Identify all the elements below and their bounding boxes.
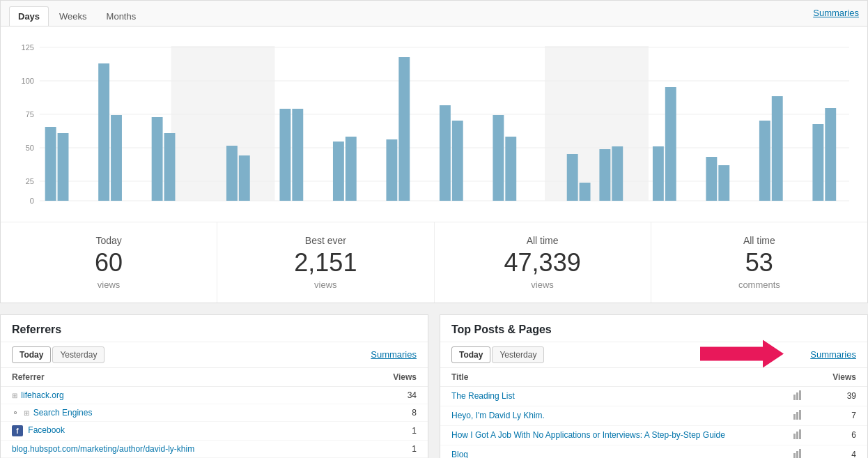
- tab-weeks[interactable]: Weeks: [50, 6, 96, 26]
- stat-today-value: 60: [8, 249, 210, 277]
- stats-row: Today 60 views Best ever 2,151 views All…: [1, 222, 867, 303]
- stat-alltime-comments-value: 53: [658, 249, 860, 277]
- post-link-3[interactable]: Blog: [451, 450, 468, 458]
- top-posts-tab-today[interactable]: Today: [451, 346, 490, 363]
- post-link-1[interactable]: Heyo, I'm David Ly Khim.: [451, 411, 545, 420]
- table-row: ⚬ ⊞ Search Engines 8: [1, 404, 428, 422]
- search-icon: ⚬: [12, 408, 19, 418]
- bar-chart: 125 100 75 50 25 0: [12, 40, 856, 208]
- facebook-icon: f: [12, 425, 23, 436]
- svg-rect-68: [799, 429, 801, 439]
- svg-rect-42: [812, 124, 823, 201]
- chart-area: 125 100 75 50 25 0: [1, 26, 867, 222]
- referrer-link-hubspot[interactable]: blog.hubspot.com/marketing/author/david-…: [12, 444, 194, 454]
- svg-rect-16: [98, 63, 109, 201]
- svg-text:Dec 5: Dec 5: [148, 206, 168, 208]
- stat-alltime-comments-label: All time: [658, 235, 860, 246]
- referrer-link-facebook[interactable]: Facebook: [28, 426, 65, 436]
- svg-rect-34: [599, 149, 610, 201]
- svg-text:75: 75: [26, 110, 34, 119]
- svg-rect-25: [346, 137, 357, 201]
- post-views-3: 4: [814, 445, 867, 458]
- referrers-tab-today[interactable]: Today: [12, 346, 51, 363]
- referrers-table: Referrer Views ⊞ lifehack.org 34 ⚬ ⊞: [1, 368, 428, 458]
- svg-rect-12: [171, 46, 274, 201]
- table-row: The Reading List 39: [440, 386, 867, 406]
- referrer-name-facebook: f Facebook: [1, 422, 350, 441]
- svg-rect-18: [152, 117, 163, 201]
- table-row: Blog 4: [440, 445, 867, 458]
- tab-days[interactable]: Days: [9, 6, 49, 26]
- svg-rect-67: [796, 432, 798, 439]
- post-chart-icon-1: [782, 406, 814, 425]
- table-row: f Facebook 1: [1, 422, 428, 441]
- referrers-summaries-link[interactable]: Summaries: [371, 349, 417, 360]
- bottom-panels: Referrers Today Yesterday Summaries Refe…: [0, 314, 868, 458]
- stat-alltime-views-unit: views: [442, 280, 644, 290]
- top-posts-table: Title Views The Reading List 39: [440, 368, 867, 458]
- referrer-link-search[interactable]: Search Engines: [33, 408, 93, 418]
- svg-rect-36: [653, 146, 664, 201]
- svg-rect-19: [164, 133, 176, 201]
- svg-rect-20: [226, 146, 238, 201]
- svg-rect-69: [793, 453, 796, 458]
- svg-rect-29: [452, 121, 463, 201]
- svg-rect-26: [386, 139, 397, 201]
- svg-rect-33: [580, 183, 591, 201]
- stat-alltime-comments-unit: comments: [658, 280, 860, 290]
- svg-text:Dec 11: Dec 11: [327, 206, 352, 208]
- svg-rect-35: [612, 146, 623, 201]
- post-link-2[interactable]: How I Got A Job With No Applications or …: [451, 430, 725, 440]
- svg-text:Dec 15: Dec 15: [434, 206, 458, 208]
- svg-rect-61: [796, 392, 798, 400]
- svg-rect-70: [796, 451, 798, 458]
- svg-rect-65: [799, 410, 801, 420]
- svg-text:Dec 25: Dec 25: [700, 206, 724, 208]
- top-posts-summaries-link[interactable]: Summaries: [810, 349, 856, 360]
- stat-today-unit: views: [8, 280, 210, 290]
- top-posts-col-views: Views: [814, 368, 867, 387]
- svg-rect-27: [398, 57, 410, 201]
- referrers-tabs: Today Yesterday Summaries: [1, 342, 428, 368]
- svg-rect-13: [545, 46, 649, 201]
- svg-text:Dec 9: Dec 9: [276, 206, 296, 208]
- svg-text:25: 25: [26, 177, 34, 185]
- post-link-0[interactable]: The Reading List: [451, 391, 515, 401]
- svg-rect-60: [793, 395, 796, 400]
- summaries-link-top[interactable]: Summaries: [813, 8, 859, 18]
- post-title-3: Blog: [440, 445, 782, 458]
- post-title-2: How I Got A Job With No Applications or …: [440, 425, 782, 445]
- top-posts-title: Top Posts & Pages: [440, 315, 867, 342]
- svg-text:Dec 23: Dec 23: [647, 206, 672, 208]
- referrers-title: Referrers: [1, 315, 428, 342]
- tab-months[interactable]: Months: [98, 6, 146, 26]
- referrers-tab-yesterday[interactable]: Yesterday: [52, 346, 104, 363]
- stat-alltime-comments: All time 53 comments: [651, 222, 867, 303]
- svg-rect-24: [333, 142, 344, 201]
- svg-rect-32: [567, 154, 578, 201]
- referrer-link-lifehack[interactable]: lifehack.org: [21, 390, 63, 400]
- top-posts-col-title: Title: [440, 368, 782, 387]
- post-chart-icon-2: [782, 425, 814, 445]
- svg-rect-22: [279, 109, 290, 201]
- svg-marker-59: [700, 339, 784, 367]
- svg-rect-64: [796, 412, 798, 420]
- svg-text:Dec 17: Dec 17: [487, 206, 511, 208]
- referrer-name-lifehack: ⊞ lifehack.org: [1, 386, 350, 404]
- referrer-views-lifehack: 34: [350, 386, 428, 404]
- referrer-name-search: ⚬ ⊞ Search Engines: [1, 404, 350, 422]
- post-title-1: Heyo, I'm David Ly Khim.: [440, 406, 782, 425]
- expand-icon[interactable]: ⊞: [12, 392, 17, 399]
- svg-text:50: 50: [26, 144, 34, 152]
- top-posts-col-chart-icon: [782, 368, 814, 387]
- top-posts-tab-yesterday[interactable]: Yesterday: [492, 346, 544, 363]
- arrow-indicator: [700, 339, 784, 369]
- svg-rect-21: [239, 155, 250, 201]
- tabs-bar: Days Weeks Months Summaries: [1, 1, 867, 26]
- svg-text:Dec 3: Dec 3: [95, 206, 115, 208]
- referrer-views-facebook: 1: [350, 422, 428, 441]
- expand-icon[interactable]: ⊞: [24, 409, 29, 417]
- svg-rect-17: [111, 115, 122, 201]
- svg-text:125: 125: [22, 43, 34, 52]
- top-posts-panel: Top Posts & Pages Today Yesterday Summar…: [440, 314, 868, 458]
